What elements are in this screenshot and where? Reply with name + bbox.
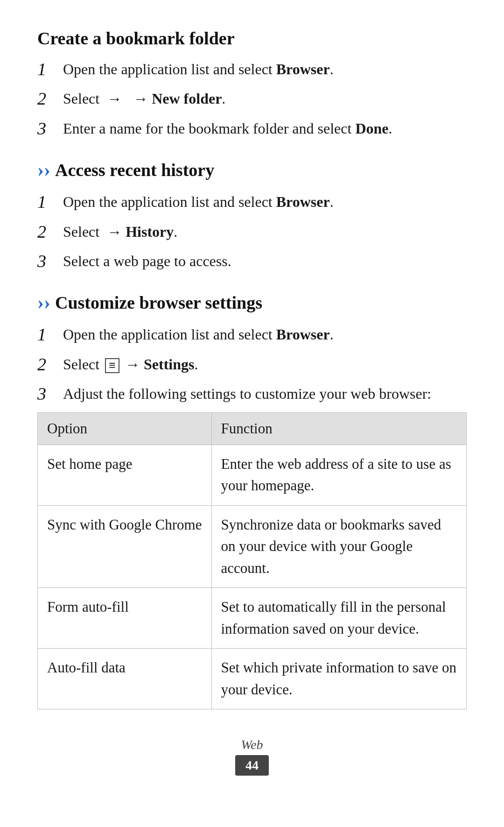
page-number: 44: [235, 755, 269, 776]
section-arrow-icon-2: ››: [37, 291, 50, 314]
step-1-text: Open the application list and select Bro…: [63, 323, 334, 346]
heading-customize-browser: ›› Customize browser settings: [37, 291, 467, 314]
step-1-text: Open the application list and select Bro…: [63, 191, 334, 213]
steps-bookmark-folder: 1 Open the application list and select B…: [37, 58, 467, 140]
heading-access-history: ›› Access recent history: [37, 159, 467, 181]
step-3: 3 Select a web page to access.: [37, 250, 467, 273]
page-footer: Web 44: [37, 737, 467, 776]
section-bookmark-folder: Create a bookmark folder 1 Open the appl…: [37, 28, 467, 140]
option-cell: Sync with Google Chrome: [38, 505, 212, 588]
step-1: 1 Open the application list and select B…: [37, 191, 467, 213]
step-1: 1 Open the application list and select B…: [37, 323, 467, 346]
table-row: Form auto-fill Set to automatically fill…: [38, 588, 467, 649]
function-cell: Enter the web address of a site to use a…: [211, 445, 467, 505]
section-arrow-icon: ››: [37, 159, 50, 181]
table-row: Sync with Google Chrome Synchronize data…: [38, 505, 467, 588]
step-3-text: Enter a name for the bookmark folder and…: [63, 117, 392, 140]
step-3: 3 Enter a name for the bookmark folder a…: [37, 117, 467, 140]
settings-table: Option Function Set home page Enter the …: [37, 412, 467, 710]
table-body: Set home page Enter the web address of a…: [38, 445, 467, 709]
table-header-row: Option Function: [38, 412, 467, 445]
table-row: Set home page Enter the web address of a…: [38, 445, 467, 505]
table-header: Option Function: [38, 412, 467, 445]
section-customize-browser: ›› Customize browser settings 1 Open the…: [37, 291, 467, 709]
step-2-text: Select → History.: [63, 220, 177, 243]
step-2: 2 Select → → New folder.: [37, 87, 467, 110]
step-3-text: Adjust the following settings to customi…: [63, 382, 431, 405]
step-3: 3 Adjust the following settings to custo…: [37, 382, 467, 405]
footer-label: Web: [37, 737, 467, 752]
option-cell: Form auto-fill: [38, 588, 212, 649]
table-row: Auto-fill data Set which private informa…: [38, 649, 467, 709]
step-2-text: Select → → New folder.: [63, 87, 225, 110]
step-2: 2 Select ≡ → Settings.: [37, 353, 467, 376]
section-access-history: ›› Access recent history 1 Open the appl…: [37, 159, 467, 273]
function-cell: Set which private information to save on…: [211, 649, 467, 709]
function-cell: Synchronize data or bookmarks saved on y…: [211, 505, 467, 588]
menu-icon: ≡: [105, 358, 119, 373]
step-1: 1 Open the application list and select B…: [37, 58, 467, 81]
step-1-text: Open the application list and select Bro…: [63, 58, 334, 80]
step-2-text: Select ≡ → Settings.: [63, 353, 198, 375]
steps-access-history: 1 Open the application list and select B…: [37, 191, 467, 273]
option-cell: Auto-fill data: [38, 649, 212, 709]
heading-bookmark-folder: Create a bookmark folder: [37, 28, 467, 49]
column-header-option: Option: [38, 412, 212, 445]
step-2: 2 Select → History.: [37, 220, 467, 243]
function-cell: Set to automatically fill in the persona…: [211, 588, 467, 649]
column-header-function: Function: [211, 412, 467, 445]
option-cell: Set home page: [38, 445, 212, 505]
steps-customize-browser: 1 Open the application list and select B…: [37, 323, 467, 405]
step-3-text: Select a web page to access.: [63, 250, 231, 272]
